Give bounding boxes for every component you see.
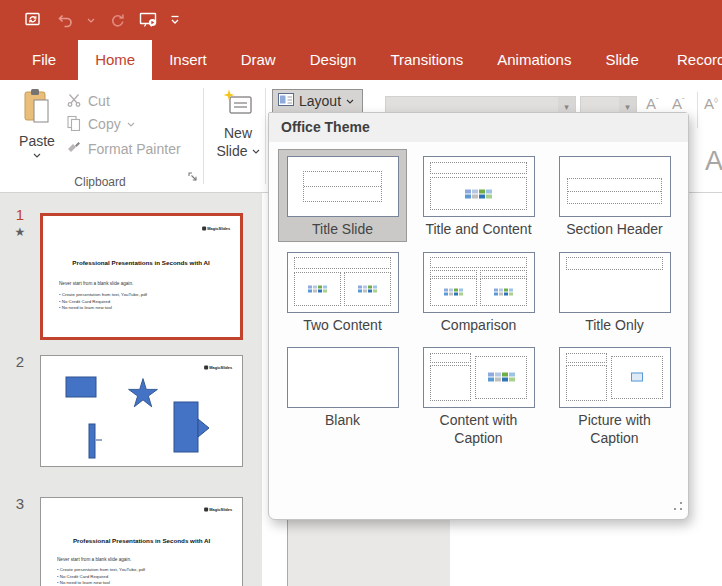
placeholder xyxy=(294,257,391,269)
undo-dropdown-chevron[interactable] xyxy=(84,7,98,33)
content-icons xyxy=(306,285,328,292)
layout-label: Title Only xyxy=(585,317,644,335)
placeholder xyxy=(566,257,663,270)
new-slide-button[interactable]: New Slide xyxy=(210,88,266,161)
slide-2-thumbnail[interactable]: MagicSlides xyxy=(40,355,243,467)
save-sync-icon[interactable] xyxy=(20,7,46,33)
layout-label: Picture with Caption xyxy=(554,412,675,447)
layout-option-title-slide[interactable]: Title Slide xyxy=(278,149,407,242)
layout-dropdown-chevron xyxy=(346,99,354,104)
group-separator xyxy=(697,92,698,128)
layout-label: Section Header xyxy=(566,221,663,239)
layout-label: Blank xyxy=(325,412,360,430)
format-painter-button[interactable]: Format Painter xyxy=(66,138,181,160)
slide-2-shapes xyxy=(41,356,242,466)
cut-label: Cut xyxy=(88,93,110,109)
slide-1-thumbnail[interactable]: MagicSlides Professional Presentations i… xyxy=(40,213,243,340)
layout-option-comparison[interactable]: Comparison xyxy=(414,245,543,338)
slide-bullet-list: • Create presentation from text, YouTube… xyxy=(57,567,223,586)
format-painter-brush-icon xyxy=(66,140,82,159)
decrease-font-size-button[interactable]: Aˇ xyxy=(672,95,685,112)
placeholder xyxy=(480,270,527,277)
content-icons xyxy=(493,289,515,296)
placeholder xyxy=(611,356,663,400)
character-formatting-icon[interactable]: A xyxy=(705,146,722,177)
layout-thumb-comparison xyxy=(423,252,535,313)
magicslides-logo: MagicSlides xyxy=(204,365,232,370)
layout-button[interactable]: Layout xyxy=(272,89,363,113)
placeholder xyxy=(480,278,527,305)
placeholder xyxy=(475,356,527,400)
tab-transitions[interactable]: Transitions xyxy=(373,40,480,80)
copy-dropdown-chevron[interactable] xyxy=(127,122,135,127)
slide-subtitle-text: Never start from a blank slide again. xyxy=(59,281,230,286)
layout-thumb-picture-with-caption xyxy=(559,347,671,408)
slide-1-content: MagicSlides Professional Presentations i… xyxy=(43,216,240,337)
layout-label: Title Slide xyxy=(312,221,373,239)
increase-font-size-button[interactable]: Aˆ xyxy=(646,95,659,112)
layout-option-blank[interactable]: Blank xyxy=(278,340,407,450)
bullet-item: • No need to learn new tool xyxy=(57,580,223,586)
slide-subtitle-text: Never start from a blank slide again. xyxy=(57,557,232,562)
slide-2-number: 2 xyxy=(10,353,30,370)
paste-dropdown-chevron[interactable] xyxy=(33,153,41,158)
bullet-item: • No need to learn new tool xyxy=(59,305,222,311)
placeholder xyxy=(566,365,607,402)
tab-file[interactable]: File xyxy=(10,40,78,80)
redo-icon[interactable] xyxy=(104,7,130,33)
layout-option-title-only[interactable]: Title Only xyxy=(550,245,679,338)
tab-design[interactable]: Design xyxy=(293,40,374,80)
slide-1-number: 1 xyxy=(10,206,30,223)
magicslides-logo: MagicSlides xyxy=(202,226,230,231)
magicslides-logo-text: MagicSlides xyxy=(207,226,230,231)
start-slideshow-icon[interactable] xyxy=(136,7,162,33)
slide-3-thumbnail[interactable]: MagicSlides Professional Presentations i… xyxy=(40,497,243,586)
magicslides-logo-icon xyxy=(202,226,206,230)
tab-insert[interactable]: Insert xyxy=(152,40,224,80)
undo-icon[interactable] xyxy=(52,7,78,33)
layout-menu-header: Office Theme xyxy=(269,113,688,142)
layout-thumb-content-with-caption xyxy=(423,347,535,408)
new-slide-dropdown-chevron xyxy=(252,149,260,154)
placeholder xyxy=(430,257,527,268)
paste-clipboard-icon xyxy=(21,88,53,130)
group-separator xyxy=(203,88,204,184)
ribbon-tab-bar: File Home Insert Draw Design Transitions… xyxy=(0,40,722,80)
slide-3-number: 3 xyxy=(10,495,30,512)
picture-icon xyxy=(631,373,643,382)
new-slide-label-line1: New xyxy=(224,124,252,142)
content-icons xyxy=(357,285,379,292)
tab-slide-show[interactable]: Slide Show xyxy=(588,40,660,80)
placeholder xyxy=(430,177,527,210)
cut-button[interactable]: Cut xyxy=(66,90,110,112)
layout-label: Two Content xyxy=(303,317,382,335)
layout-thumb-title-only xyxy=(559,252,671,313)
tab-draw[interactable]: Draw xyxy=(224,40,293,80)
layout-label: Content with Caption xyxy=(418,412,539,447)
copy-icon xyxy=(66,115,82,134)
paste-label: Paste xyxy=(19,133,55,149)
tab-record[interactable]: Record xyxy=(660,40,722,80)
placeholder xyxy=(344,272,391,306)
layout-option-title-and-content[interactable]: Title and Content xyxy=(414,149,543,242)
placeholder xyxy=(430,162,527,174)
clipboard-dialog-launcher-icon[interactable] xyxy=(188,168,198,186)
copy-button[interactable]: Copy xyxy=(66,113,135,135)
cut-scissors-icon xyxy=(66,92,82,111)
slide-title-text: Professional Presentations in Seconds wi… xyxy=(43,260,240,267)
customize-quick-access-icon[interactable] xyxy=(168,7,182,33)
layout-option-picture-with-caption[interactable]: Picture with Caption xyxy=(550,340,679,450)
magicslides-logo-icon xyxy=(204,507,208,511)
slide-bullet-list: • Create presentation from text, YouTube… xyxy=(59,292,222,311)
menu-resize-grip[interactable] xyxy=(674,497,683,515)
layout-option-two-content[interactable]: Two Content xyxy=(278,245,407,338)
tab-home[interactable]: Home xyxy=(78,40,152,80)
paste-button[interactable]: Paste xyxy=(12,88,62,172)
tab-animations[interactable]: Animations xyxy=(480,40,588,80)
layout-dropdown-menu: Office Theme Title Slide Title and Con xyxy=(268,112,689,520)
layout-thumb-section-header xyxy=(559,156,671,217)
layout-option-section-header[interactable]: Section Header xyxy=(550,149,679,242)
layout-option-content-with-caption[interactable]: Content with Caption xyxy=(414,340,543,450)
placeholder-line xyxy=(568,191,660,192)
clear-formatting-button[interactable]: A◊ xyxy=(704,95,718,112)
